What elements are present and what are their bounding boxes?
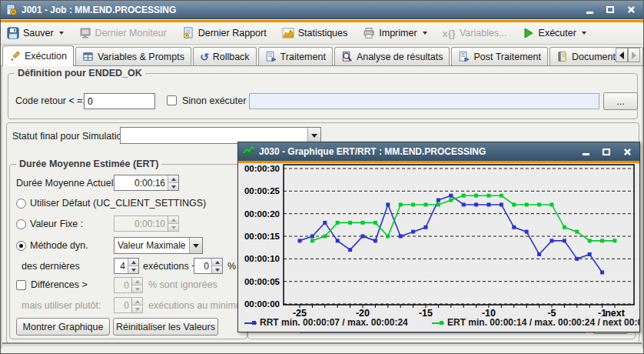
- combobox-button[interactable]: [307, 128, 320, 143]
- arrow-down-icon: [135, 308, 140, 311]
- close-button[interactable]: [623, 4, 639, 15]
- chart-content: 00:00:3000:00:2500:00:2000:00:1500:00:10…: [238, 163, 639, 332]
- combobox-value: [121, 128, 307, 143]
- dynamic-method-combobox[interactable]: Valeur Maximale: [114, 237, 203, 254]
- spinner-buttons: [168, 216, 178, 231]
- minimize-icon: [586, 12, 593, 14]
- combobox-button[interactable]: [189, 238, 202, 253]
- close-icon: [627, 5, 636, 14]
- variables-icon: x{}: [443, 28, 456, 39]
- close-button[interactable]: [619, 146, 635, 158]
- main-titlebar: J001 - Job : MM.END.PROCESSING: [1, 1, 643, 19]
- legend-item-ert: ERT min. 00:00:14 / max. 00:00:24 / next…: [432, 317, 639, 328]
- current-duration-spinner[interactable]: 0:00:16: [114, 175, 179, 191]
- magnifier-icon: [341, 51, 353, 62]
- tab-label: Variables & Prompts: [98, 52, 184, 62]
- maximize-icon: [606, 6, 614, 13]
- last-monitor-button: Dernier Moniteur: [79, 27, 167, 39]
- window-controls: [582, 4, 639, 15]
- show-graph-button[interactable]: Montrer Graphique: [16, 318, 110, 336]
- executions-plus-label: exécutions +: [143, 261, 198, 272]
- spinner-down-button[interactable]: [212, 266, 222, 273]
- tab-rollback[interactable]: ↺ Rollback: [193, 47, 257, 65]
- arrow-up-icon: [215, 261, 220, 264]
- spinner-value: 0:00:16: [115, 175, 168, 190]
- post-process-document-icon: [458, 51, 470, 62]
- window-title: J001 - Job : MM.END.PROCESSING: [22, 5, 176, 15]
- dropdown-caret-icon[interactable]: [582, 32, 586, 35]
- last-report-button[interactable]: Dernier Rapport: [182, 27, 267, 39]
- current-duration-label: Durée Moyenne Actuelle:: [16, 178, 124, 189]
- svg-text:00:00:05: 00:00:05: [244, 277, 281, 286]
- code-retour-input[interactable]: [84, 93, 155, 109]
- arrow-down-icon: [131, 269, 136, 272]
- report-icon: [182, 27, 194, 39]
- pencil-icon: [9, 51, 21, 62]
- toolbar-label: Statistiques: [298, 28, 348, 38]
- spinner-up-button: [132, 278, 142, 286]
- legend-label: RRT min. 00:00:07 / max. 00:00:24: [260, 317, 408, 328]
- execute-icon: [523, 27, 535, 39]
- differences-label: Différences >: [31, 279, 88, 290]
- percent-spinner[interactable]: 0: [194, 258, 223, 274]
- spinner-up-button[interactable]: [212, 259, 222, 266]
- variables-button: x{} Variables...: [443, 28, 507, 39]
- dropdown-caret-icon[interactable]: [423, 32, 427, 35]
- maximize-button[interactable]: [599, 146, 614, 158]
- fixed-value-radio[interactable]: [16, 219, 26, 229]
- chart-legend: RRT min. 00:00:07 / max. 00:00:24 ERT mi…: [238, 317, 639, 332]
- tab-scroll-right-button[interactable]: [628, 48, 640, 62]
- toolbar-label: Variables...: [460, 28, 507, 38]
- simulation-status-label: Statut final pour Simulation:: [12, 131, 130, 142]
- tab-traitement[interactable]: Traitement: [258, 47, 333, 65]
- arrow-up-icon: [171, 178, 176, 181]
- tab-execution[interactable]: Exécution: [2, 45, 74, 66]
- minimum-executions-spinner: 0: [114, 297, 143, 313]
- spinner-value: 0: [115, 298, 131, 312]
- maximize-button[interactable]: [603, 4, 618, 15]
- sinon-executer-input[interactable]: [249, 93, 599, 109]
- scroll-left-icon: [619, 52, 624, 59]
- tab-variables-prompts[interactable]: Variables & Prompts: [75, 47, 191, 65]
- dropdown-caret-icon[interactable]: [59, 32, 64, 35]
- tab-label: Analyse de résultats: [357, 52, 443, 62]
- spinner-up-button[interactable]: [128, 259, 138, 266]
- svg-text:00:00:15: 00:00:15: [244, 232, 281, 241]
- reset-values-button[interactable]: Réinitialiser les Valeurs: [113, 318, 218, 336]
- svg-text:-10: -10: [482, 308, 496, 317]
- spinner-value: 0: [115, 278, 131, 292]
- minimize-button[interactable]: [578, 146, 593, 158]
- statistics-button[interactable]: Statistiques: [282, 27, 348, 39]
- spinner-up-button[interactable]: [168, 175, 178, 183]
- browse-button[interactable]: ...: [603, 92, 638, 110]
- rollback-icon: ↺: [200, 52, 209, 62]
- arrow-down-icon: [171, 226, 176, 229]
- spinner-value: 0:00:10: [115, 216, 168, 231]
- minimize-button[interactable]: [582, 4, 597, 15]
- tab-label: Post Traitement: [473, 52, 541, 62]
- sinon-executer-checkbox[interactable]: [167, 95, 177, 105]
- tab-label: Rollback: [213, 52, 250, 62]
- tab-scrollers: [616, 48, 640, 62]
- use-default-radio[interactable]: [16, 199, 26, 209]
- print-button[interactable]: Imprimer: [363, 27, 427, 39]
- dynamic-method-radio[interactable]: [16, 241, 26, 251]
- differences-checkbox[interactable]: [16, 280, 26, 290]
- spinner-down-button[interactable]: [128, 266, 138, 273]
- arrow-down-icon: [215, 269, 220, 272]
- execute-button[interactable]: Exécuter: [523, 27, 586, 39]
- job-window-icon: [5, 4, 18, 16]
- dynamic-method-label: Méthode dyn.: [30, 240, 88, 251]
- tab-post-traitement[interactable]: Post Traitement: [451, 47, 548, 65]
- save-button[interactable]: Sauver: [7, 27, 64, 39]
- executions-count-spinner[interactable]: 4: [114, 258, 139, 274]
- ert-rrt-chart: 00:00:3000:00:2500:00:2000:00:1500:00:10…: [238, 163, 639, 317]
- spinner-value: 4: [115, 259, 128, 273]
- tab-scroll-left-button[interactable]: [616, 48, 628, 62]
- close-icon: [623, 148, 632, 156]
- chart-window-controls: [578, 146, 635, 158]
- spinner-up-button: [168, 216, 178, 224]
- tab-analyse-resultats[interactable]: Analyse de résultats: [334, 47, 450, 65]
- spinner-down-button[interactable]: [168, 183, 178, 190]
- spinner-buttons: [168, 175, 178, 190]
